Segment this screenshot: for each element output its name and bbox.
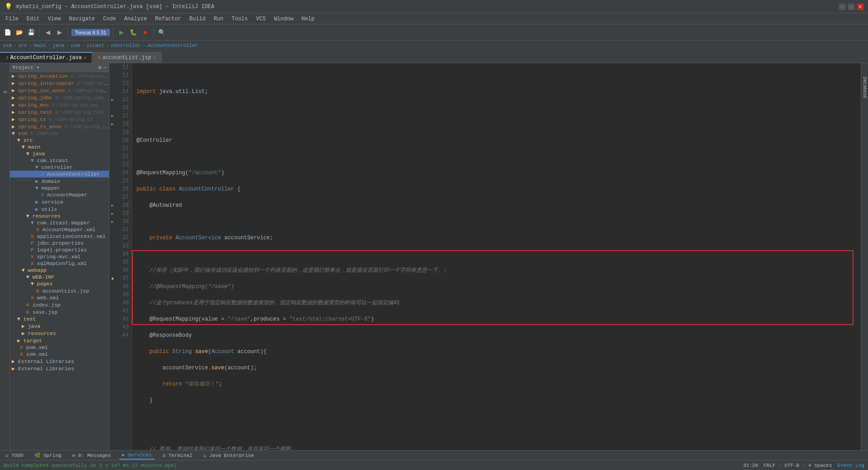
tree-spring-tx-anno[interactable]: ▶ spring_tx_anno E:\SSM\spring_tx_an — [10, 123, 109, 130]
tree-test[interactable]: ▼ test — [10, 316, 109, 322]
code-line-26: @RequestMapping(value = "/save",produces… — [136, 315, 856, 323]
menu-window[interactable]: Window — [270, 15, 297, 23]
tree-applicationcontext[interactable]: X applicationContext.xml — [10, 233, 109, 240]
nav-src[interactable]: src — [18, 43, 27, 48]
nav-itcast[interactable]: itcast — [86, 43, 104, 48]
tab-close-accountlist[interactable]: ✕ — [153, 55, 156, 60]
tree-spring-test[interactable]: ▶ spring_test E:\SSM\spring_test — [10, 108, 109, 116]
new-file-button[interactable]: 📄 — [3, 28, 13, 37]
tab-spring[interactable]: 🌿 Spring — [32, 451, 64, 459]
back-button[interactable]: ◀ — [43, 28, 53, 37]
menu-tools[interactable]: Tools — [228, 15, 252, 23]
tree-scratches[interactable]: ▶ External Libraries — [10, 365, 109, 372]
tree-log4j-properties[interactable]: P log4j.properties — [10, 247, 109, 253]
menu-refactor[interactable]: Refactor — [151, 15, 185, 23]
tree-accountcontroller[interactable]: J AccountController — [10, 171, 109, 177]
tree-jdbc-properties[interactable]: P jdbc.properties — [10, 240, 109, 247]
gutter-21 — [109, 144, 116, 153]
tree-sqlmapconfig[interactable]: X sqlMapConfig.xml — [10, 260, 109, 267]
nav-com[interactable]: com — [71, 43, 80, 48]
menu-help[interactable]: Help — [298, 15, 318, 23]
tree-ssm-xml[interactable]: X ssm.xml — [10, 351, 109, 358]
tree-resources-main[interactable]: ▼ resources — [10, 213, 109, 219]
tree-spring-ioc-anno[interactable]: ▶ spring_ioc_anno E:\SSM\spring_ioc_ar — [10, 87, 109, 94]
save-button[interactable]: 💾 — [26, 28, 36, 37]
tree-test-resources[interactable]: ▶ resources — [10, 330, 109, 337]
stop-button[interactable]: ■ — [140, 28, 150, 37]
tree-target[interactable]: ▶ target — [10, 337, 109, 344]
tree-utils[interactable]: ▶ utils — [10, 205, 109, 213]
close-button[interactable]: ✕ — [857, 4, 863, 10]
menu-view[interactable]: View — [44, 15, 65, 23]
tree-com-itcast-mapper[interactable]: ▼ com.itcast.mapper — [10, 219, 109, 226]
tree-save-jsp[interactable]: ≋ save.jsp — [10, 308, 109, 316]
tab-close-accountcontroller[interactable]: ✕ — [84, 55, 86, 60]
forward-button[interactable]: ▶ — [55, 28, 65, 37]
nav-java[interactable]: java — [52, 43, 64, 48]
nav-main[interactable]: main — [34, 43, 46, 48]
tree-spring-intercepter[interactable]: ▶ spring_intercepter E:\SSM\spring_inte — [10, 79, 109, 87]
tree-index-jsp[interactable]: ≋ index.jsp — [10, 301, 109, 308]
tree-src[interactable]: ▼ src — [10, 137, 109, 144]
code-area[interactable]: ▶ ▶ ▶ ▶ ▶ ▶ — [109, 63, 861, 450]
tree-spring-exception[interactable]: ▶ spring_exception E:\SSM\spring_exce — [10, 72, 109, 79]
tree-domain[interactable]: ▶ domain — [10, 177, 109, 185]
tab-services[interactable]: ▶ Services — [119, 451, 155, 460]
nav-ssm[interactable]: ssm — [3, 43, 12, 48]
debug-button[interactable]: 🐛 — [128, 28, 138, 37]
panel-settings-icon[interactable]: ⚙ — [99, 65, 102, 70]
tab-java-enterprise[interactable]: ☕ Java Enterprise — [201, 451, 257, 459]
code-line-24: //@RequestMapping("/save") — [136, 283, 856, 291]
menu-vcs[interactable]: VCS — [253, 15, 270, 23]
tree-accountmapper[interactable]: J AccountMapper — [10, 191, 109, 198]
menu-analyze[interactable]: Analyze — [121, 15, 150, 23]
run-button[interactable]: ▶ — [117, 28, 127, 37]
tree-controller[interactable]: ▼ controller — [10, 164, 109, 171]
tree-external-libraries[interactable]: ▶ External Libraries — [10, 358, 109, 365]
event-log[interactable]: Event Log — [838, 463, 864, 468]
left-sidebar: S — [0, 63, 10, 450]
nav-controller[interactable]: controller — [111, 43, 141, 48]
tab-terminal[interactable]: ≥ Terminal — [160, 452, 195, 459]
maximize-button[interactable]: □ — [848, 4, 854, 10]
open-button[interactable]: 📂 — [14, 28, 24, 37]
tree-webapp[interactable]: ▼ webapp — [10, 267, 109, 274]
tab-accountlist[interactable]: ≋ accountList.jsp ✕ — [92, 52, 162, 63]
tree-main[interactable]: ▼ main — [10, 144, 109, 150]
minimize-button[interactable]: ─ — [839, 4, 845, 10]
tree-spring-tx[interactable]: ▶ spring_tx E:\SSM\spring_tx — [10, 116, 109, 123]
tree-java[interactable]: ▼ java — [10, 150, 109, 157]
tree-ssm[interactable]: ▼ ssm E:\SSM\ssm — [10, 130, 109, 137]
nav-accountcontroller[interactable]: AccountController — [147, 43, 198, 48]
menu-navigate[interactable]: Navigate — [65, 15, 99, 23]
tomcat-button[interactable]: Tomcat 8.5.31 — [71, 29, 110, 36]
database-tab-icon[interactable]: Database — [862, 77, 867, 98]
tree-accountmapper-xml[interactable]: X AccountMapper.xml — [10, 226, 109, 233]
tree-com-itcast[interactable]: ▼ com.itcast — [10, 157, 109, 164]
tree-test-java[interactable]: ▶ java — [10, 322, 109, 330]
menu-build[interactable]: Build — [186, 15, 209, 23]
search-button[interactable]: 🔍 — [157, 28, 167, 37]
tab-accountcontroller[interactable]: J AccountController.java ✕ — [0, 52, 92, 63]
tree-web-inf[interactable]: ▼ WEB-INF — [10, 274, 109, 280]
tree-pages[interactable]: ▼ pages — [10, 280, 109, 287]
structure-icon[interactable]: S — [1, 74, 9, 110]
code-content[interactable]: import java.util.List; @Controller @Requ… — [132, 63, 861, 450]
tree-spring-mvc-xml[interactable]: X spring-mvc.xml — [10, 253, 109, 260]
tree-web-xml[interactable]: X web.xml — [10, 294, 109, 301]
tree-mapper-package[interactable]: ▼ mapper — [10, 185, 109, 191]
tab-messages[interactable]: ✉ 0: Messages — [70, 451, 114, 459]
menu-file[interactable]: File — [2, 15, 22, 23]
panel-collapse-icon[interactable]: — — [103, 65, 106, 70]
tree-service[interactable]: ▶ service — [10, 198, 109, 205]
menu-code[interactable]: Code — [99, 15, 120, 23]
ln-33: 33 — [116, 242, 129, 250]
tree-spring-jdbc[interactable]: ▶ spring_jdbc E:\SSM\spring_jdbc — [10, 94, 109, 101]
menu-run[interactable]: Run — [210, 15, 227, 23]
scratches-label: External Libraries — [18, 366, 74, 372]
tree-pom-xml[interactable]: X pom.xml — [10, 344, 109, 351]
menu-edit[interactable]: Edit — [23, 15, 43, 23]
tree-spring-mvc[interactable]: ▶ spring_mvc E:\SSM\spring_mvc — [10, 101, 109, 108]
tab-todo[interactable]: ☑ TODO — [3, 451, 26, 459]
tree-accountlist-jsp[interactable]: ≋ accountList.jsp — [10, 287, 109, 294]
